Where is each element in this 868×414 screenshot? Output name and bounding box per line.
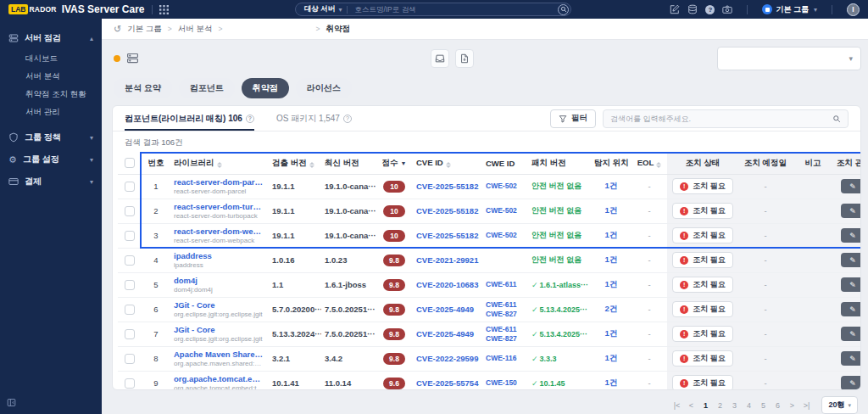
export-report-button[interactable] <box>455 49 474 68</box>
pagination-next[interactable]: > <box>786 400 798 411</box>
breadcrumb-root[interactable]: 기본 그룹 <box>127 24 162 35</box>
subtab-os-packages[interactable]: OS 패키지 1,547 ? <box>276 106 352 131</box>
row-checkbox[interactable] <box>125 206 135 216</box>
cve-link[interactable]: CVE-2025-55182 <box>416 206 478 215</box>
cwe-id[interactable]: CWE-502 <box>486 182 525 191</box>
sidebar-item-group-settings[interactable]: ⚙ 그룹 설정 ▾ <box>0 148 102 171</box>
row-checkbox[interactable] <box>125 182 135 192</box>
subtab-component-library[interactable]: 컴포넌트(라이브러리 매칭) 106 ? <box>125 106 254 131</box>
action-status-button[interactable]: !조치 필요 <box>672 277 733 293</box>
cwe-id[interactable]: CWE-150 <box>486 378 525 388</box>
cwe-id[interactable]: CWE-827 <box>486 310 525 319</box>
action-manage-button[interactable]: ✎ <box>841 204 861 218</box>
filter-button[interactable]: 필터 <box>550 109 596 128</box>
column-header[interactable]: 라이브러리 <box>170 153 269 174</box>
cve-link[interactable]: CVE-2025-4949 <box>416 305 474 314</box>
detection-count-link[interactable]: 1건 <box>605 328 618 338</box>
library-link[interactable]: react-server-dom-turbopack <box>174 202 265 211</box>
tab-vulnerabilities[interactable]: 취약점 <box>242 78 289 98</box>
sidebar-item-server-management[interactable]: 서버 관리 <box>0 104 102 121</box>
search-icon[interactable] <box>558 4 569 15</box>
detection-count-link[interactable]: 1건 <box>605 230 618 239</box>
row-checkbox[interactable] <box>125 378 135 389</box>
cwe-id[interactable]: CWE-611 <box>486 300 525 310</box>
table-search-bar[interactable] <box>603 109 849 128</box>
cwe-id[interactable]: CWE-502 <box>486 206 525 215</box>
cve-link[interactable]: CVE-2025-4949 <box>416 329 474 338</box>
pagination-page[interactable]: 6 <box>771 400 783 411</box>
tab-components[interactable]: 컴포넌트 <box>179 78 235 98</box>
action-status-button[interactable]: !조치 필요 <box>672 178 733 194</box>
select-all-checkbox[interactable] <box>125 158 135 168</box>
breadcrumb-server-analysis[interactable]: 서버 분석 <box>178 24 213 35</box>
sort-icon[interactable] <box>309 162 314 168</box>
cwe-id[interactable]: CWE-502 <box>486 231 525 240</box>
help-icon[interactable]: ? <box>705 5 715 14</box>
cwe-id[interactable]: CWE-116 <box>486 354 525 363</box>
sort-desc-icon[interactable]: ▼ <box>401 160 407 166</box>
sidebar-item-vuln-action-status[interactable]: 취약점 조치 현황 <box>0 86 102 104</box>
column-header[interactable]: 검출 버전 <box>269 153 321 174</box>
table-search-input[interactable] <box>610 115 832 123</box>
database-icon[interactable] <box>687 4 698 14</box>
row-checkbox[interactable] <box>125 280 135 290</box>
pagination-page[interactable]: 4 <box>743 400 754 411</box>
sidebar-item-billing[interactable]: 결제 ▾ <box>0 171 102 193</box>
library-link[interactable]: Apache Maven Shared Utils <box>174 350 265 359</box>
info-icon[interactable]: ? <box>246 115 254 123</box>
detection-count-link[interactable]: 1건 <box>605 205 618 215</box>
sort-icon[interactable] <box>656 162 661 168</box>
sort-icon[interactable] <box>217 162 222 168</box>
action-status-button[interactable]: !조치 필요 <box>672 203 733 219</box>
capture-icon[interactable] <box>722 4 732 14</box>
library-link[interactable]: ipaddress <box>174 251 265 260</box>
library-link[interactable]: react-server-dom-webpack <box>174 227 265 236</box>
cwe-id[interactable]: CWE-611 <box>486 325 525 334</box>
pagination-page[interactable]: 5 <box>757 400 769 411</box>
column-header[interactable]: EOL <box>632 153 667 174</box>
action-status-button[interactable]: !조치 필요 <box>672 252 733 268</box>
action-status-button[interactable]: !조치 필요 <box>672 326 733 342</box>
library-link[interactable]: JGit - Core <box>174 300 265 310</box>
tab-analysis-summary[interactable]: 분석 요약 <box>114 78 172 98</box>
pagination-page[interactable]: 1 <box>699 400 711 411</box>
action-manage-button[interactable]: ✎ <box>841 302 861 316</box>
action-manage-button[interactable]: ✎ <box>841 228 861 243</box>
pagination-prev[interactable]: < <box>685 400 697 411</box>
analysis-select-dropdown[interactable]: ▾ <box>717 47 861 70</box>
sidebar-item-dashboard[interactable]: 대시보드 <box>0 50 102 68</box>
tab-licenses[interactable]: 라이선스 <box>296 78 352 98</box>
detection-count-link[interactable]: 1건 <box>605 378 618 387</box>
action-status-button[interactable]: !조치 필요 <box>672 227 733 243</box>
cwe-id[interactable]: CWE-611 <box>486 280 525 289</box>
detection-count-link[interactable]: 1건 <box>605 353 618 362</box>
library-link[interactable]: JGit - Core <box>174 325 265 334</box>
row-checkbox[interactable] <box>125 231 135 241</box>
action-manage-button[interactable]: ✎ <box>841 376 861 390</box>
action-manage-button[interactable]: ✎ <box>841 179 861 193</box>
cve-link[interactable]: CVE-2025-55182 <box>416 182 478 191</box>
action-manage-button[interactable]: ✎ <box>841 351 861 366</box>
detection-count-link[interactable]: 1건 <box>605 279 618 288</box>
memo-icon[interactable] <box>670 4 680 14</box>
detection-count-link[interactable]: 1건 <box>605 181 618 190</box>
library-link[interactable]: react-server-dom-parcel <box>174 177 265 187</box>
pagination-page[interactable]: 3 <box>728 400 740 411</box>
sidebar-collapse-icon[interactable] <box>7 398 16 407</box>
action-status-button[interactable]: !조치 필요 <box>672 301 733 317</box>
action-status-button[interactable]: !조치 필요 <box>672 375 733 390</box>
sort-icon[interactable] <box>446 162 451 168</box>
action-manage-button[interactable]: ✎ <box>841 327 861 341</box>
search-icon[interactable] <box>832 115 841 123</box>
action-manage-button[interactable]: ✎ <box>841 253 861 267</box>
cve-link[interactable]: CVE-2022-29599 <box>416 354 478 363</box>
cve-link[interactable]: CVE-2020-10683 <box>416 280 478 289</box>
cve-link[interactable]: CVE-2025-55182 <box>416 231 478 240</box>
action-status-button[interactable]: !조치 필요 <box>672 350 733 366</box>
row-checkbox[interactable] <box>125 329 135 339</box>
pagination-page[interactable]: 2 <box>714 400 726 411</box>
sidebar-item-server-check[interactable]: 서버 점검 ▴ <box>0 27 102 49</box>
back-icon[interactable]: ↺ <box>114 24 121 35</box>
row-checkbox[interactable] <box>125 354 135 364</box>
host-search-input[interactable] <box>354 5 558 14</box>
